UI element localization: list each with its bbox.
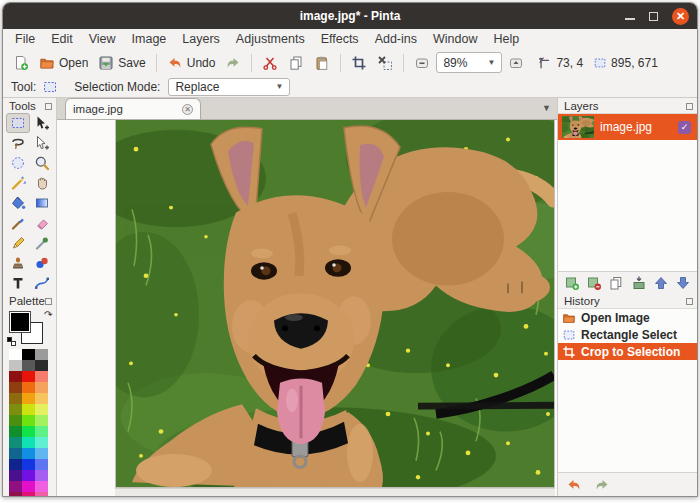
copy-button[interactable] (284, 53, 308, 73)
pan-tool[interactable] (30, 173, 54, 193)
duplicate-layer-button[interactable] (607, 274, 626, 292)
paint-bucket-tool[interactable] (6, 193, 30, 213)
palette-swatch[interactable] (22, 404, 35, 415)
layer-row[interactable]: image.jpg ✓ (558, 114, 697, 140)
magic-wand-tool[interactable] (6, 173, 30, 193)
tab-image[interactable]: image.jpg ✕ (65, 98, 201, 119)
paste-button[interactable] (310, 53, 334, 73)
ellipse-select-tool[interactable] (6, 153, 30, 173)
palette-swatch[interactable] (35, 470, 48, 481)
primary-color-swatch[interactable] (9, 311, 31, 333)
menu-edit[interactable]: Edit (43, 30, 81, 48)
canvas-image[interactable] (115, 120, 555, 488)
detach-panel-icon[interactable] (686, 298, 693, 305)
palette-swatch[interactable] (9, 404, 22, 415)
palette-swatch[interactable] (22, 349, 35, 360)
palette-swatch[interactable] (35, 360, 48, 371)
detach-panel-icon[interactable] (686, 103, 693, 110)
clone-stamp-tool[interactable] (6, 253, 30, 273)
close-button[interactable]: ✕ (672, 8, 689, 25)
add-layer-button[interactable] (562, 274, 581, 292)
palette-swatch[interactable] (22, 415, 35, 426)
palette-swatch[interactable] (35, 415, 48, 426)
palette-swatch[interactable] (35, 393, 48, 404)
palette-swatch[interactable] (22, 459, 35, 470)
menu-window[interactable]: Window (425, 30, 485, 48)
palette-swatch[interactable] (22, 470, 35, 481)
palette-swatch[interactable] (9, 459, 22, 470)
palette-swatch[interactable] (35, 404, 48, 415)
recolor-tool[interactable] (30, 253, 54, 273)
palette-swatch[interactable] (9, 382, 22, 393)
menu-addins[interactable]: Add-ins (367, 30, 425, 48)
palette-swatch[interactable] (22, 492, 35, 496)
history-undo-icon[interactable] (566, 477, 582, 493)
pencil-tool[interactable] (6, 233, 30, 253)
palette-swatch[interactable] (35, 492, 48, 496)
tab-close-icon[interactable]: ✕ (182, 104, 193, 115)
palette-swatch[interactable] (22, 481, 35, 492)
palette-swatch[interactable] (35, 448, 48, 459)
palette-swatch[interactable] (9, 481, 22, 492)
menu-help[interactable]: Help (485, 30, 527, 48)
delete-layer-button[interactable] (584, 274, 603, 292)
palette-swatch[interactable] (9, 371, 22, 382)
open-button[interactable]: Open (35, 53, 92, 73)
gradient-tool[interactable] (30, 193, 54, 213)
move-layer-down-button[interactable] (674, 274, 693, 292)
horizontal-scrollbar[interactable] (115, 488, 555, 496)
palette-swatch[interactable] (9, 393, 22, 404)
history-redo-icon[interactable] (594, 477, 610, 493)
zoom-tool[interactable] (30, 153, 54, 173)
move-selected-tool[interactable] (30, 113, 54, 133)
palette-swatch[interactable] (9, 470, 22, 481)
detach-panel-icon[interactable] (45, 298, 52, 305)
deselect-button[interactable] (373, 53, 397, 73)
palette-swatch[interactable] (9, 448, 22, 459)
palette-swatch[interactable] (9, 492, 22, 496)
swap-colors-icon[interactable]: ↷ (44, 309, 52, 320)
reset-colors-icon[interactable] (7, 337, 16, 346)
selection-mode-combo[interactable]: Replace ▼ (168, 78, 290, 96)
palette-swatch[interactable] (22, 393, 35, 404)
move-layer-up-button[interactable] (651, 274, 670, 292)
palette-swatch[interactable] (35, 437, 48, 448)
menu-view[interactable]: View (81, 30, 124, 48)
menu-layers[interactable]: Layers (174, 30, 228, 48)
history-item-crop-to-selection[interactable]: Crop to Selection (558, 343, 697, 360)
menu-adjustments[interactable]: Adjustments (228, 30, 313, 48)
palette-swatch[interactable] (9, 415, 22, 426)
line-curve-tool[interactable] (30, 273, 54, 293)
history-item-rectangle-select[interactable]: Rectangle Select (558, 326, 697, 343)
cut-button[interactable] (258, 53, 282, 73)
detach-panel-icon[interactable] (45, 103, 52, 110)
palette-swatch[interactable] (22, 371, 35, 382)
move-selection-tool[interactable] (30, 133, 54, 153)
menu-image[interactable]: Image (124, 30, 175, 48)
menu-effects[interactable]: Effects (313, 30, 367, 48)
undo-button[interactable]: Undo (163, 53, 220, 73)
palette-swatch[interactable] (35, 426, 48, 437)
palette-swatch[interactable] (22, 360, 35, 371)
history-item-open-image[interactable]: Open Image (558, 309, 697, 326)
menu-file[interactable]: File (7, 30, 43, 48)
merge-layer-down-button[interactable] (629, 274, 648, 292)
palette-swatch[interactable] (35, 349, 48, 360)
palette-swatch[interactable] (35, 382, 48, 393)
maximize-button[interactable] (649, 12, 658, 21)
save-button[interactable]: Save (94, 53, 149, 73)
paintbrush-tool[interactable] (6, 213, 30, 233)
new-image-button[interactable] (9, 53, 33, 73)
zoom-to-window-button[interactable] (504, 53, 528, 73)
palette-swatch[interactable] (9, 437, 22, 448)
minimize-button[interactable] (625, 18, 635, 20)
palette-swatch[interactable] (9, 426, 22, 437)
redo-button[interactable] (221, 53, 245, 73)
layer-visibility-checkbox[interactable]: ✓ (678, 121, 691, 134)
lasso-select-tool[interactable] (6, 133, 30, 153)
palette-swatch[interactable] (9, 360, 22, 371)
zoom-level-combo[interactable]: 89% ▼ (436, 52, 502, 73)
text-tool[interactable] (6, 273, 30, 293)
color-picker-tool[interactable] (30, 233, 54, 253)
palette-swatch[interactable] (22, 448, 35, 459)
